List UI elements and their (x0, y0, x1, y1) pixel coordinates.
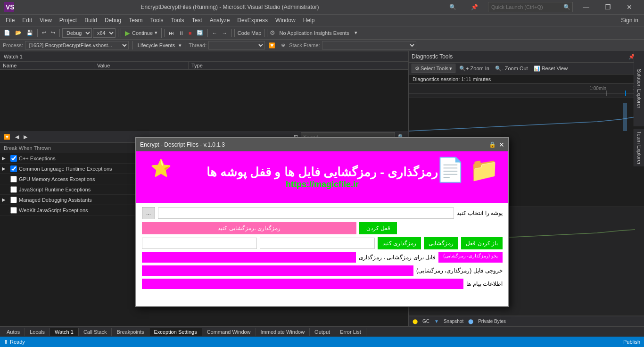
team-explorer-tab[interactable]: Team Explorer (634, 129, 644, 166)
menu-edit[interactable]: Edit (18, 16, 36, 25)
tab-autos[interactable]: Autos (2, 328, 25, 336)
exc-checkbox-webkit[interactable] (10, 207, 17, 214)
exc-name-mda: Managed Debugging Assistants (19, 197, 92, 203)
browse-button[interactable]: ... (142, 207, 155, 219)
folder-input[interactable] (158, 207, 454, 219)
zoom-in-label: Zoom In (471, 66, 489, 71)
encrypt-decrypt-btn[interactable]: رمزگذاری ،رمزگشایی کنید (142, 222, 356, 234)
process-select[interactable]: [1652] EncryptDecryptFiles.vshost... (25, 41, 129, 50)
password-input-2[interactable] (260, 238, 375, 249)
watch-title: Watch 1 (4, 54, 23, 59)
continue-label: Continue (132, 30, 153, 36)
lifecycle-events-btn[interactable]: Lifecycle Events (136, 42, 177, 49)
app-form: پوشه را انتخاب کنید ... رمزگذاری ،رمزگشا… (136, 203, 508, 306)
menu-view[interactable]: View (36, 16, 56, 25)
unlock-btn[interactable]: باز کردن قفل (461, 237, 503, 249)
exc-checkbox-clr[interactable] (10, 165, 17, 172)
insights-dropdown-btn[interactable]: ▾ (353, 29, 359, 37)
redo-btn[interactable]: ↪ (49, 29, 57, 37)
watch-col-type: Type (189, 62, 408, 69)
pin-btn[interactable]: 📌 (463, 0, 485, 14)
tab-call-stack[interactable]: Call Stack (79, 328, 112, 336)
window-controls: 🔍 📌 🔍 — ❐ ✕ (442, 0, 640, 14)
stop-btn[interactable]: ■ (187, 29, 194, 37)
solution-explorer-tab[interactable]: Solution Explorer (634, 51, 644, 126)
lock-btn[interactable]: قفل کردن (359, 222, 397, 234)
sign-in-link[interactable]: Sign in (617, 16, 642, 25)
app-close-button[interactable]: ✕ (499, 141, 504, 149)
output-file-pink-bar (142, 265, 413, 276)
tab-watch1[interactable]: Watch 1 (50, 328, 79, 336)
continue-button[interactable]: ▶ Continue ▾ (121, 28, 162, 38)
exc-checkbox-cpp[interactable] (10, 155, 17, 162)
tab-immediate-window[interactable]: Immediate Window (256, 328, 310, 336)
expand-icon-clr[interactable]: ▶ (2, 166, 8, 171)
menu-help[interactable]: Help (299, 16, 319, 25)
app-window-titlebar: Encrypt - Descript Files - v.1.0.1.3 🔒 ✕ (136, 138, 508, 151)
debug-mode-select[interactable]: Debug (62, 28, 92, 38)
tab-command-window[interactable]: Command Window (202, 328, 256, 336)
menu-build[interactable]: Build (81, 16, 101, 25)
menu-test[interactable]: Test (188, 16, 206, 25)
menu-devexpress[interactable]: DevExpress (233, 16, 272, 25)
info-pink-bar (142, 279, 463, 289)
nav-forward-btn[interactable]: → (220, 29, 229, 37)
exc-filter-btn[interactable]: 🔽 (2, 133, 12, 140)
code-map-button[interactable]: Code Map (234, 29, 265, 37)
gear-icon: ⚙ (270, 29, 275, 36)
menu-file[interactable]: File (2, 16, 18, 25)
undo-btn[interactable]: ↩ (40, 29, 48, 37)
menu-debug[interactable]: Debug (101, 16, 125, 25)
exc-checkbox-js[interactable] (10, 186, 17, 193)
menu-architecture[interactable]: Tools (167, 16, 188, 25)
exc-checkbox-gpu[interactable] (10, 176, 17, 182)
encrypt-btn[interactable]: رمزگذاری کنید (378, 237, 421, 249)
expand-icon-mda[interactable]: ▶ (2, 197, 8, 202)
menu-team[interactable]: Team (125, 16, 146, 25)
password-input-1[interactable] (142, 238, 257, 249)
expand-icon-cpp[interactable]: ▶ (2, 156, 8, 161)
tab-output[interactable]: Output (310, 328, 335, 336)
platform-select[interactable]: x64 (93, 28, 116, 38)
stack-select[interactable] (322, 41, 416, 50)
select-tools-btn[interactable]: ⚙ Select Tools ▾ (412, 64, 455, 73)
freeze-btn[interactable]: ❄ (279, 42, 287, 49)
nav-back-btn[interactable]: ← (210, 29, 219, 37)
quick-launch-input[interactable] (488, 2, 573, 12)
menu-window[interactable]: Window (272, 16, 299, 25)
session-label: Diagnostics session: 1:11 minutes (413, 76, 491, 82)
reset-view-btn[interactable]: 📊 Reset View (532, 65, 570, 72)
search-toolbar-btn[interactable]: 🔍 (442, 0, 463, 14)
tab-error-list[interactable]: Error List (335, 328, 366, 336)
pause-btn[interactable]: ⏸ (177, 29, 186, 37)
close-button[interactable]: ✕ (619, 0, 640, 14)
open-btn[interactable]: 📂 (13, 29, 24, 37)
minimize-button[interactable]: — (575, 0, 597, 14)
save-btn[interactable]: 💾 (25, 29, 35, 37)
diagnostic-tools-title: Diagnostic Tools (412, 53, 628, 60)
tab-exception-settings[interactable]: Exception Settings (149, 328, 202, 336)
menu-analyze[interactable]: Analyze (206, 16, 234, 25)
snapshot-dot: ▼ (434, 319, 439, 324)
tab-locals[interactable]: Locals (25, 328, 50, 336)
restart-btn[interactable]: 🔄 (195, 29, 205, 37)
thread-select[interactable] (208, 41, 265, 50)
menu-tools[interactable]: Tools (147, 16, 167, 25)
step-over-btn[interactable]: ⏭ (167, 29, 176, 37)
zoom-out-btn[interactable]: 🔍- Zoom Out (493, 65, 530, 72)
exc-prev-btn[interactable]: ◀ (13, 133, 21, 140)
exc-checkbox-mda[interactable] (10, 197, 17, 203)
maximize-button[interactable]: ❐ (597, 0, 619, 14)
break-when-thrown-label: Break When Thrown (4, 145, 51, 151)
exc-next-btn[interactable]: ▶ (22, 133, 29, 140)
tab-breakpoints[interactable]: Breakpoints (112, 328, 149, 336)
decrypt-btn[interactable]: رمزگشایی (424, 237, 458, 249)
new-project-btn[interactable]: 📄 (2, 29, 12, 37)
thread-label: Thread: (189, 42, 206, 48)
menu-project[interactable]: Project (56, 16, 81, 25)
chart-icon: 📊 (534, 66, 540, 71)
zoom-in-btn[interactable]: 🔍+ Zoom In (457, 65, 491, 72)
file-icon-2: 📁 (470, 156, 499, 183)
thread-filter-btn[interactable]: 🔽 (267, 42, 277, 49)
private-bytes-dot: ⬤ (468, 319, 473, 324)
